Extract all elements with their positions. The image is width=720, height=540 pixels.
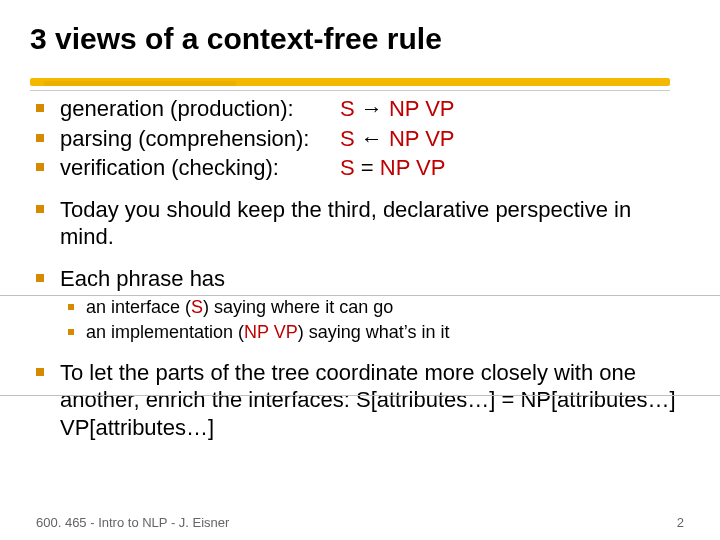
item-label: parsing (comprehension): — [60, 125, 340, 153]
bullet-list: generation (production): S → NP VP parsi… — [30, 95, 690, 441]
list-item: Each phrase has an interface (S) saying … — [30, 265, 690, 345]
item-rule: S → NP VP — [340, 95, 455, 123]
list-item: Today you should keep the third, declara… — [30, 196, 690, 251]
footer-left: 600. 465 - Intro to NLP - J. Eisner — [36, 515, 229, 530]
footer-page-number: 2 — [677, 515, 684, 530]
list-item: generation (production): S → NP VP — [30, 95, 690, 123]
divider — [0, 295, 720, 296]
item-label: generation (production): — [60, 95, 340, 123]
list-item: verification (checking): S = NP VP — [30, 154, 690, 182]
list-item: an interface (S) saying where it can go — [60, 296, 690, 319]
list-item: an implementation (NP VP) saying what’s … — [60, 321, 690, 344]
divider — [0, 395, 720, 396]
item-label: verification (checking): — [60, 154, 340, 182]
item-text: Each phrase has — [60, 266, 225, 291]
item-rule: S = NP VP — [340, 154, 445, 182]
footer: 600. 465 - Intro to NLP - J. Eisner 2 — [36, 515, 684, 530]
list-item: parsing (comprehension): S ← NP VP — [30, 125, 690, 153]
page-title: 3 views of a context-free rule — [30, 22, 690, 55]
slide: 3 views of a context-free rule generatio… — [0, 0, 720, 540]
item-rule: S ← NP VP — [340, 125, 455, 153]
list-item: To let the parts of the tree coordinate … — [30, 359, 690, 442]
sub-list: an interface (S) saying where it can go … — [60, 296, 690, 345]
